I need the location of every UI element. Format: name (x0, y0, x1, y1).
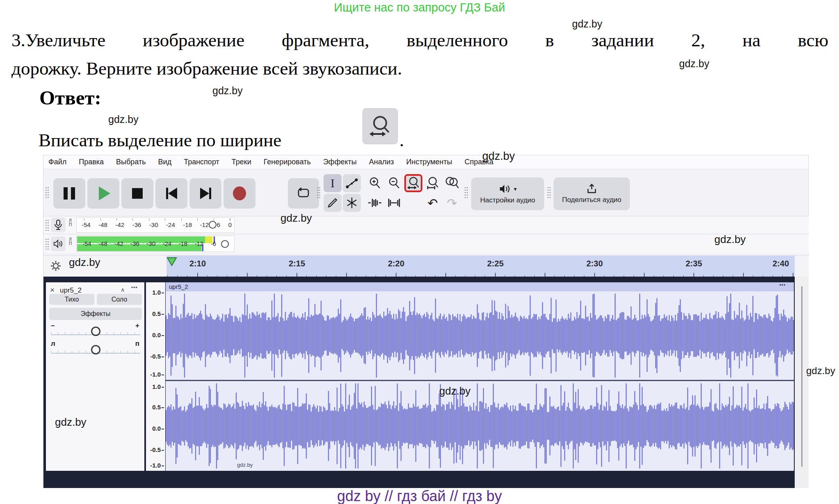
menu-item-tracks[interactable]: Треки (232, 158, 251, 166)
fit-selection-icon (406, 176, 420, 190)
audio-setup-grip[interactable] (464, 186, 468, 198)
watermark: gdz.by (439, 385, 471, 397)
meter-grip[interactable] (45, 238, 49, 250)
menu-item-tools[interactable]: Инструменты (406, 158, 452, 166)
undo-button[interactable]: ↶ (424, 194, 442, 212)
trim-audio-icon (368, 197, 382, 209)
menu-item-effects[interactable]: Эффекты (323, 158, 357, 166)
share-audio-button[interactable]: Поделиться аудио (554, 177, 630, 210)
stop-button[interactable] (121, 178, 153, 209)
record-button[interactable] (223, 178, 255, 209)
redo-button[interactable]: ↷ (443, 194, 461, 212)
gain-slider-knob[interactable] (91, 327, 100, 336)
pause-button[interactable] (53, 178, 85, 209)
play-meter-button[interactable] (51, 236, 66, 251)
meter-grip[interactable] (45, 219, 49, 231)
track-name[interactable]: upr5_2 (60, 286, 82, 295)
meter-ticks (84, 218, 232, 220)
fit-project-icon (426, 176, 440, 190)
watermark: gdz.by (212, 85, 243, 97)
menu-item-generate[interactable]: Генерировать (264, 158, 311, 166)
loop-button[interactable] (288, 178, 319, 209)
play-meter-scale[interactable]: -54-48 -42-36 -30-24 -18-12 -6 (76, 236, 235, 252)
timeline-ruler[interactable]: 2:10 2:15 2:20 2:25 2:30 2:35 2:40 (166, 256, 795, 277)
clip-menu-icon[interactable]: ••• (779, 282, 786, 288)
timeline-label: 2:25 (487, 259, 504, 268)
multi-tool-button[interactable] (343, 194, 361, 212)
magnifier-fit-width-icon (368, 114, 392, 139)
menu-item-edit[interactable]: Правка (79, 158, 104, 166)
timeline-label: 2:30 (586, 259, 603, 268)
audio-settings-button[interactable]: ▾ Настройки аудио (471, 177, 544, 210)
multi-tool-icon (346, 197, 358, 209)
menu-item-view[interactable]: Вид (158, 158, 172, 166)
envelope-tool-button[interactable] (343, 174, 361, 192)
fit-selection-answer-icon (363, 108, 398, 144)
audio-clip[interactable]: upr5_2 ••• gdz.by gdz.by (166, 282, 794, 471)
record-icon (233, 186, 246, 200)
mute-button[interactable]: Тихо (49, 294, 94, 305)
toolbar-grip[interactable] (45, 186, 49, 198)
envelope-icon (346, 177, 358, 189)
zoom-out-icon (387, 176, 401, 190)
gear-icon (50, 260, 62, 272)
track-menu-icon[interactable]: ••• (131, 285, 138, 291)
menu-item-file[interactable]: Файл (48, 158, 66, 166)
timeline-label: 2:20 (388, 259, 404, 268)
task-text-line2: дорожку. Верните изображение всей звукоз… (11, 58, 402, 79)
watermark: gdz.by (806, 365, 835, 377)
playhead-triangle[interactable] (166, 257, 178, 267)
menu-bar: Файл Правка Выбрать Вид Транспорт Треки … (43, 155, 808, 169)
fit-selection-button[interactable] (404, 174, 422, 192)
timeline-label: 2:40 (773, 259, 789, 268)
share-grip[interactable] (547, 186, 551, 198)
watermark: gdz.by (280, 212, 312, 225)
clip-header[interactable]: upr5_2 ••• (166, 282, 794, 291)
page: Ищите нас по запросу ГДЗ Бай gdz.by gdz.… (0, 0, 839, 504)
ibeam-icon: I (331, 176, 335, 190)
silence-audio-button[interactable] (385, 194, 403, 212)
undo-icon: ↶ (427, 196, 438, 210)
menu-item-select[interactable]: Выбрать (116, 158, 146, 166)
zoom-out-button[interactable] (385, 174, 403, 192)
record-meter-button[interactable] (51, 218, 66, 232)
play-icon (99, 186, 110, 200)
effects-button[interactable]: Эффекты (49, 308, 142, 320)
pan-slider-knob[interactable] (91, 345, 100, 354)
skip-to-start-button[interactable] (155, 178, 187, 209)
trim-audio-button[interactable] (366, 194, 384, 212)
timeline-options-button[interactable] (50, 260, 62, 272)
answer-text: Вписать выделение по ширине (39, 129, 281, 151)
solo-button[interactable]: Соло (97, 294, 142, 305)
zoom-toggle-button[interactable] (443, 174, 461, 192)
stop-icon (132, 188, 143, 199)
vertical-scrollbar[interactable] (801, 286, 803, 467)
meter-channel-labels: Л П (69, 238, 72, 246)
zoom-in-button[interactable] (366, 174, 384, 192)
skip-end-icon (200, 188, 211, 199)
draw-tool-button[interactable] (324, 194, 342, 212)
gain-plus-label: + (135, 322, 139, 330)
microphone-icon (54, 219, 63, 231)
vertical-ruler: 1.0 0.5 0.0 -0.5 -1.0 1.0 0.5 0.0 -0.5 -… (146, 282, 165, 471)
waveform-channel-right[interactable] (166, 381, 794, 471)
collapse-icon[interactable]: ∧ (121, 286, 125, 293)
tools-grip[interactable] (317, 186, 321, 198)
fit-project-button[interactable] (424, 174, 442, 192)
meter-indicator-circle (221, 240, 229, 248)
watermark: gdz.by (55, 416, 87, 429)
skip-to-end-button[interactable] (189, 178, 221, 209)
record-meter-scale[interactable]: -54-48 -42-36 -30-24 -18-12 60 (76, 217, 235, 233)
pan-left-label: л (51, 340, 55, 348)
waveform-channel-left[interactable] (166, 291, 794, 380)
menu-item-analyze[interactable]: Анализ (369, 158, 394, 166)
selection-tool-button[interactable]: I (324, 174, 342, 192)
audacity-window: Файл Правка Выбрать Вид Транспорт Треки … (43, 155, 809, 488)
zoom-toggle-icon (445, 176, 459, 190)
menu-item-transport[interactable]: Транспорт (184, 158, 219, 166)
task-text-line1: 3.Увеличьте изображение фрагмента, выдел… (11, 30, 828, 51)
right-gutter (795, 277, 809, 488)
play-button[interactable] (87, 178, 119, 209)
timeline-label: 2:15 (289, 259, 305, 268)
close-icon[interactable]: × (50, 286, 55, 295)
